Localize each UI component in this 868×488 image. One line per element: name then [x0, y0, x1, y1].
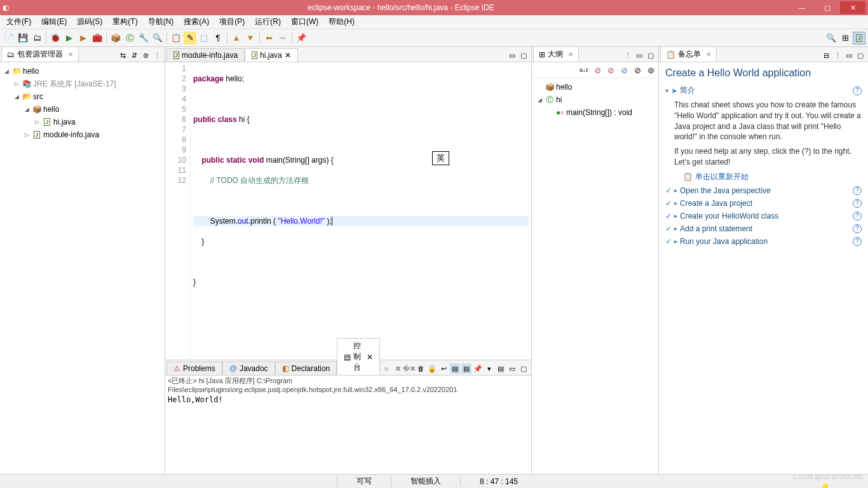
view-menu-button[interactable]: ⋮: [623, 50, 633, 60]
hide-local-button[interactable]: ⊘: [631, 64, 644, 76]
view-menu-button[interactable]: ⋮: [832, 50, 843, 60]
new-package-button[interactable]: 📦: [109, 32, 122, 44]
link-editor-button[interactable]: ⇵: [129, 50, 139, 60]
hide-nonpublic-button[interactable]: ⊘: [618, 64, 630, 76]
minimize-view-button[interactable]: ▭: [507, 50, 517, 60]
expand-icon[interactable]: ◢: [13, 93, 20, 100]
help-icon[interactable]: ?: [853, 199, 862, 208]
tree-src[interactable]: ◢ 📂 src: [0, 90, 165, 103]
expand-icon[interactable]: ▷: [33, 119, 41, 125]
menu-project[interactable]: 项目(P): [215, 15, 248, 29]
maximize-button[interactable]: ▢: [815, 1, 840, 14]
menu-run[interactable]: 运行(R): [251, 15, 285, 29]
tab-package-explorer[interactable]: 🗂 包资源管理器 ✕: [1, 46, 79, 62]
step-run-app[interactable]: ✓▸Run your Java application?: [665, 237, 862, 246]
minimize-view-button[interactable]: ▭: [844, 50, 854, 60]
save-button[interactable]: 💾: [17, 32, 29, 44]
close-button[interactable]: ✕: [840, 1, 865, 14]
pin-editor-button[interactable]: 📌: [295, 32, 308, 44]
terminate-button[interactable]: ■: [381, 363, 391, 374]
collapse-all-button[interactable]: ⇆: [118, 50, 128, 60]
coverage-button[interactable]: ▶: [77, 32, 90, 44]
expand-icon[interactable]: ▷: [23, 132, 31, 138]
search-button[interactable]: 🔍: [151, 32, 164, 44]
open-type-button[interactable]: 🔧: [137, 32, 150, 44]
annotation-prev-button[interactable]: ▲: [230, 32, 243, 44]
toggle-mark-button[interactable]: ✎: [184, 32, 196, 44]
close-icon[interactable]: ✕: [568, 51, 573, 58]
help-icon[interactable]: ?: [853, 212, 862, 220]
project-tree[interactable]: ◢ 📁 hello ▷ 📚 JRE 系统库 [JavaSE-17] ◢ 📂 sr…: [0, 62, 165, 474]
restart-link[interactable]: 📋 单击以重新开始: [683, 172, 862, 182]
pin-console-button[interactable]: 📌: [473, 363, 483, 374]
hide-fields-button[interactable]: ⊘: [591, 64, 604, 76]
step-add-print[interactable]: ✓▸Add a print statement?: [665, 224, 862, 233]
menu-source[interactable]: 源码(S): [73, 15, 106, 29]
menu-file[interactable]: 文件(F): [3, 15, 35, 29]
minimize-button[interactable]: ―: [789, 1, 815, 14]
help-icon[interactable]: ?: [853, 186, 862, 195]
forward-button[interactable]: ➡: [276, 32, 289, 44]
tab-problems[interactable]: ⚠Problems: [166, 362, 222, 375]
help-icon[interactable]: ?: [853, 86, 862, 95]
toggle-block-button[interactable]: ⬚: [198, 32, 210, 44]
tree-file-hi[interactable]: ▷ J hi.java: [0, 116, 165, 128]
tab-cheatsheet[interactable]: 📋 备忘单 ✕: [660, 46, 717, 62]
close-icon[interactable]: ✕: [68, 51, 73, 58]
tree-project[interactable]: ◢ 📁 hello: [0, 65, 165, 78]
expand-icon[interactable]: ▷: [13, 81, 20, 87]
expand-icon[interactable]: ◢: [23, 106, 31, 112]
minimize-view-button[interactable]: ▭: [634, 50, 644, 60]
show-whitespace-button[interactable]: ¶: [212, 32, 224, 44]
step-create-project[interactable]: ✓▸Create a Java project?: [665, 199, 862, 208]
maximize-view-button[interactable]: ▢: [646, 50, 656, 60]
tip-icon[interactable]: 💡: [820, 484, 830, 489]
maximize-view-button[interactable]: ▢: [519, 363, 529, 374]
focus-button[interactable]: ⊚: [140, 50, 151, 60]
word-wrap-button[interactable]: ↩: [438, 363, 449, 374]
sort-button[interactable]: a↓z: [578, 64, 590, 76]
show-console-button[interactable]: ▤: [450, 363, 460, 374]
show-stderr-button[interactable]: ▤: [461, 363, 471, 374]
save-all-button[interactable]: 🗂: [31, 32, 43, 44]
console-output[interactable]: Hello,World!: [165, 394, 531, 474]
step-open-perspective[interactable]: ✓▸Open the Java perspective?: [665, 186, 862, 195]
open-console-button[interactable]: ▤: [496, 363, 506, 374]
back-button[interactable]: ⬅: [262, 32, 275, 44]
menu-edit[interactable]: 编辑(E): [37, 15, 71, 29]
display-console-button[interactable]: ▾: [484, 363, 494, 374]
collapse-all-button[interactable]: ⊟: [821, 50, 831, 60]
new-button[interactable]: 📄: [3, 32, 15, 44]
open-task-button[interactable]: 📋: [170, 32, 182, 44]
tab-hi-java[interactable]: J hi.java ✕: [245, 48, 298, 62]
new-class-button[interactable]: Ⓒ: [123, 32, 136, 44]
focus-active-button[interactable]: ⊚: [644, 64, 657, 76]
tab-javadoc[interactable]: @Javadoc: [222, 362, 275, 375]
menu-help[interactable]: 帮助(H): [325, 15, 358, 29]
view-menu-button[interactable]: ⋮: [152, 50, 162, 60]
code-editor[interactable]: 123456789101112 package hello; public cl…: [165, 62, 531, 360]
hide-static-button[interactable]: ⊘: [604, 64, 617, 76]
tab-outline[interactable]: ⊞ 大纲 ✕: [533, 46, 579, 62]
open-perspective-button[interactable]: ⊞: [839, 32, 851, 44]
help-icon[interactable]: ?: [853, 224, 862, 233]
expand-icon[interactable]: ◢: [3, 68, 10, 74]
step-create-class[interactable]: ✓▸Create your HelloWorld class?: [665, 212, 862, 220]
remove-all-button[interactable]: �✖: [404, 363, 414, 374]
minimize-view-button[interactable]: ▭: [507, 363, 517, 374]
expand-icon[interactable]: ◢: [536, 97, 543, 103]
quick-access-button[interactable]: 🔍: [825, 32, 837, 44]
section-intro-header[interactable]: ▾ ➤ 简介 ?: [665, 85, 862, 96]
tree-jre[interactable]: ▷ 📚 JRE 系统库 [JavaSE-17]: [0, 78, 165, 90]
outline-package[interactable]: 📦 hello: [532, 81, 658, 93]
external-tools-button[interactable]: 🧰: [91, 32, 104, 44]
annotation-next-button[interactable]: ▼: [244, 32, 257, 44]
menu-search[interactable]: 搜索(A): [180, 15, 213, 29]
java-perspective-button[interactable]: J: [853, 32, 865, 44]
help-icon[interactable]: ?: [853, 237, 862, 246]
outline-method[interactable]: ●S main(String[]) : void: [532, 106, 658, 119]
maximize-view-button[interactable]: ▢: [855, 50, 865, 60]
menu-navigate[interactable]: 导航(N): [144, 15, 178, 29]
maximize-view-button[interactable]: ▢: [519, 50, 529, 60]
outline-class[interactable]: ◢ Ⓒ hi: [532, 93, 658, 106]
